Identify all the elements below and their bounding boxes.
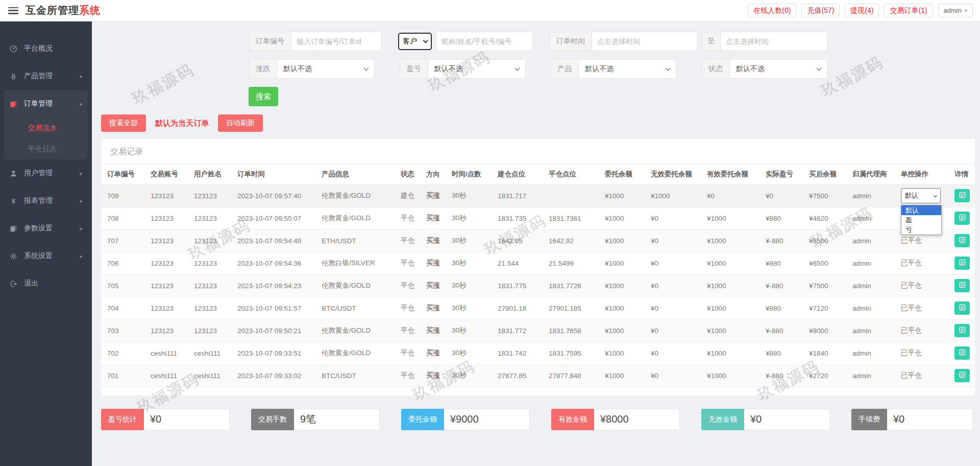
cell-state: 建仓 [395,184,420,207]
summary-value: ¥0 [744,409,830,430]
cell-entrust-balance: ¥1000 [599,207,645,229]
cell-entrust-balance: ¥1000 [599,184,645,207]
detail-button[interactable] [954,301,970,315]
svg-text:¥: ¥ [11,197,15,205]
column-header: 方向 [420,164,446,184]
detail-button[interactable] [954,324,970,337]
control-select[interactable]: 默认 [901,188,941,203]
admin-user-label: admin [944,7,962,14]
product-select[interactable]: 默认不选 [578,59,676,79]
detail-button[interactable] [954,189,970,202]
column-header: 平仓点位 [543,164,599,184]
cell-user-name: 123123 [188,207,231,229]
cell-after-balance: ¥4620 [803,207,846,229]
cell-invalid-entrust: ¥1000 [645,184,701,207]
sidebar-subitem-交易流水[interactable]: 交易流水 [4,118,88,138]
cell-invalid-entrust: ¥0 [645,252,701,274]
topbar-stats: 在线人数(0)充值(57)提现(4)交易订单(1) admin ▾ [748,4,973,17]
profit-select[interactable]: 默认不选 [428,59,526,79]
cell-agent: admin [846,252,895,274]
control-status-text: 已平仓 [901,327,922,334]
cell-period: 30秒 [446,207,492,229]
sidebar-subitem-平仓日志[interactable]: 平仓日志 [4,138,88,159]
sidebar-item-label: 报表管理 [24,196,53,205]
search-button[interactable]: 搜索 [249,87,278,106]
cell-valid-entrust: ¥1000 [701,297,760,319]
table-header-row: 订单编号交易账号用户姓名订单时间产品信息状态方向时间/点数建仓点位平仓点位委托余… [101,164,975,184]
topbar-stat-button[interactable]: 交易订单(1) [884,4,933,17]
cell-open-price: 27901.18 [492,297,543,319]
cell-state: 平仓 [395,252,420,274]
time-to-input[interactable] [720,32,827,51]
today-orders-label[interactable]: 默认为当天订单 [155,119,209,128]
cell-after-balance: ¥8000 [803,319,846,342]
cell-direction: 买涨 [420,364,446,387]
cell-close-price: 1831.7726 [543,274,599,297]
sidebar-item-订单管理[interactable]: 订单管理▸ [4,90,88,118]
detail-button[interactable] [954,279,970,292]
cell-order-id: 703 [101,319,144,342]
cell-close-price: 1831.7658 [543,319,599,342]
status-label: 状态 [701,59,729,79]
status-select[interactable]: 默认不选 [729,59,827,79]
cell-open-price: 1831.772 [492,319,543,342]
dropdown-option[interactable]: 默认 [901,205,941,215]
cell-user-name: 123123 [188,252,231,274]
time-from-input[interactable] [592,32,698,51]
sidebar-item-平台概况[interactable]: 平台概况 [0,35,92,62]
updown-select[interactable]: 默认不选 [277,59,375,79]
cell-agent: admin [846,184,895,207]
detail-button[interactable] [954,234,970,247]
cell-after-balance: ¥1840 [803,342,846,364]
detail-button[interactable] [954,346,970,360]
cell-actual-pl: ¥-880 [760,364,803,387]
dropdown-option[interactable]: 亏 [901,225,941,235]
cell-order-time: 2023-10-07 09:50:21 [231,319,315,342]
summary-label: 盈亏统计 [101,409,144,430]
table-row: 7081231231231232023-10-07 09:55:07伦敦黄金/G… [101,207,975,229]
search-all-button[interactable]: 搜索全部 [101,114,146,132]
sidebar-item-退出[interactable]: 退出 [0,270,92,297]
sidebar-item-系统设置[interactable]: 系统设置▸ [0,242,92,270]
detail-button[interactable] [954,212,970,225]
cell-invalid-entrust: ¥0 [645,342,701,364]
sidebar-item-产品管理[interactable]: B产品管理▸ [0,62,92,90]
cell-account: 123123 [144,274,188,297]
sidebar-item-用户管理[interactable]: 用户管理▸ [0,159,92,187]
cell-actual-pl: ¥880 [760,342,803,364]
time-to-label: 至 [702,32,720,51]
topbar-stat-button[interactable]: 在线人数(0) [748,4,796,17]
chevron-down-icon: ▾ [965,8,967,13]
order-no-filter: 订单编号 [249,32,382,51]
cell-actual-pl: ¥880 [760,207,803,229]
cell-state: 平仓 [395,364,420,387]
filter-row-1: 订单编号 客户 订单时间 至 [249,32,827,51]
summary-group-交易手数: 交易手数9笔 [251,409,380,430]
cell-direction: 买涨 [420,297,446,319]
customer-filter: 客户 [398,32,533,51]
sidebar-item-label: 系统设置 [24,251,53,261]
detail-icon [959,371,966,380]
detail-button[interactable] [954,257,970,270]
sidebar-item-参数设置[interactable]: 参数设置▸ [0,215,92,242]
dashboard-icon [9,44,17,53]
dropdown-option[interactable]: 盈 [901,215,941,225]
cell-direction: 买涨 [420,184,446,207]
cell-direction: 买涨 [420,319,446,342]
cell-agent: admin [846,229,895,252]
customer-keyword-input[interactable] [436,32,533,51]
detail-icon [959,236,966,245]
hamburger-menu-icon[interactable] [8,7,18,14]
cell-period: 30秒 [446,342,492,364]
auto-refresh-button[interactable]: 自动刷新 [218,114,263,132]
column-header: 详情 [948,164,975,184]
updown-filter: 涨跌 默认不选 [249,59,375,79]
detail-button[interactable] [954,369,970,382]
order-no-input[interactable] [291,32,382,51]
admin-user-menu[interactable]: admin ▾ [938,4,973,17]
cell-control: 已平仓 [895,274,948,297]
sidebar-item-报表管理[interactable]: ¥报表管理▸ [0,187,92,215]
topbar-stat-button[interactable]: 提现(4) [845,4,879,17]
topbar-stat-button[interactable]: 充值(57) [801,4,840,17]
customer-type-select[interactable]: 客户 [398,33,432,50]
